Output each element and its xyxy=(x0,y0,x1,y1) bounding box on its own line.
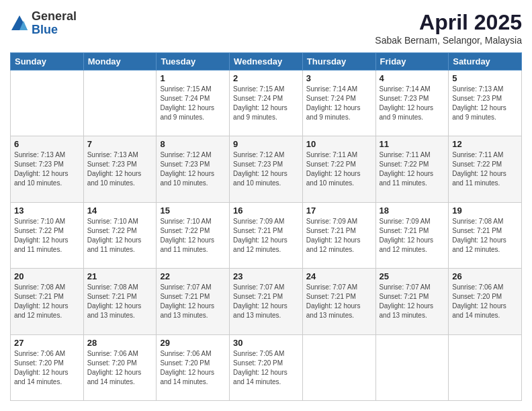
day-info: Sunrise: 7:10 AM Sunset: 7:22 PM Dayligh… xyxy=(14,217,80,255)
day-cell: 24Sunrise: 7:07 AM Sunset: 7:21 PM Dayli… xyxy=(302,269,375,334)
day-info: Sunrise: 7:08 AM Sunset: 7:21 PM Dayligh… xyxy=(452,217,518,255)
day-number: 4 xyxy=(380,73,445,83)
day-header-saturday: Saturday xyxy=(449,53,522,71)
day-info: Sunrise: 7:14 AM Sunset: 7:23 PM Dayligh… xyxy=(380,85,445,122)
header-row: SundayMondayTuesdayWednesdayThursdayFrid… xyxy=(11,53,522,71)
day-info: Sunrise: 7:10 AM Sunset: 7:22 PM Dayligh… xyxy=(160,217,226,255)
calendar-body: 1Sunrise: 7:15 AM Sunset: 7:24 PM Daylig… xyxy=(11,71,522,401)
day-number: 20 xyxy=(14,271,80,281)
day-info: Sunrise: 7:09 AM Sunset: 7:21 PM Dayligh… xyxy=(380,217,445,255)
day-header-sunday: Sunday xyxy=(11,53,84,71)
day-cell: 3Sunrise: 7:14 AM Sunset: 7:24 PM Daylig… xyxy=(302,71,375,136)
day-info: Sunrise: 7:10 AM Sunset: 7:22 PM Dayligh… xyxy=(87,217,153,255)
week-row-2: 13Sunrise: 7:10 AM Sunset: 7:22 PM Dayli… xyxy=(11,202,522,268)
day-number: 23 xyxy=(233,271,299,281)
day-cell: 30Sunrise: 7:05 AM Sunset: 7:20 PM Dayli… xyxy=(230,334,303,400)
day-cell: 11Sunrise: 7:11 AM Sunset: 7:22 PM Dayli… xyxy=(375,136,449,202)
day-header-thursday: Thursday xyxy=(302,53,375,71)
day-number: 30 xyxy=(233,338,299,348)
day-number: 19 xyxy=(452,205,518,216)
day-cell: 6Sunrise: 7:13 AM Sunset: 7:23 PM Daylig… xyxy=(11,136,84,202)
title-block: April 2025 Sabak Bernam, Selangor, Malay… xyxy=(375,10,522,46)
day-info: Sunrise: 7:15 AM Sunset: 7:24 PM Dayligh… xyxy=(233,85,299,122)
day-info: Sunrise: 7:06 AM Sunset: 7:20 PM Dayligh… xyxy=(452,283,518,320)
day-cell: 15Sunrise: 7:10 AM Sunset: 7:22 PM Dayli… xyxy=(157,202,230,268)
day-info: Sunrise: 7:11 AM Sunset: 7:22 PM Dayligh… xyxy=(380,150,445,188)
logo-blue: Blue xyxy=(32,24,77,37)
day-cell: 14Sunrise: 7:10 AM Sunset: 7:22 PM Dayli… xyxy=(83,202,157,268)
logo-general: General xyxy=(32,10,77,24)
day-number: 12 xyxy=(452,139,518,149)
day-number: 16 xyxy=(233,205,299,216)
day-info: Sunrise: 7:05 AM Sunset: 7:20 PM Dayligh… xyxy=(233,349,299,387)
day-info: Sunrise: 7:13 AM Sunset: 7:23 PM Dayligh… xyxy=(87,150,153,188)
day-cell: 27Sunrise: 7:06 AM Sunset: 7:20 PM Dayli… xyxy=(11,334,84,400)
day-cell: 29Sunrise: 7:06 AM Sunset: 7:20 PM Dayli… xyxy=(157,334,230,400)
day-cell: 18Sunrise: 7:09 AM Sunset: 7:21 PM Dayli… xyxy=(375,202,449,268)
day-cell: 2Sunrise: 7:15 AM Sunset: 7:24 PM Daylig… xyxy=(230,71,303,136)
day-cell: 7Sunrise: 7:13 AM Sunset: 7:23 PM Daylig… xyxy=(83,136,157,202)
day-number: 26 xyxy=(452,271,518,281)
day-number: 27 xyxy=(14,338,80,348)
day-info: Sunrise: 7:11 AM Sunset: 7:22 PM Dayligh… xyxy=(306,150,372,188)
week-row-3: 20Sunrise: 7:08 AM Sunset: 7:21 PM Dayli… xyxy=(11,269,522,334)
day-cell: 20Sunrise: 7:08 AM Sunset: 7:21 PM Dayli… xyxy=(11,269,84,334)
day-header-tuesday: Tuesday xyxy=(157,53,230,71)
day-number: 14 xyxy=(87,205,153,216)
day-cell: 23Sunrise: 7:07 AM Sunset: 7:21 PM Dayli… xyxy=(230,269,303,334)
day-number: 11 xyxy=(380,139,445,149)
day-info: Sunrise: 7:08 AM Sunset: 7:21 PM Dayligh… xyxy=(87,283,153,320)
day-number: 2 xyxy=(233,73,299,83)
day-info: Sunrise: 7:11 AM Sunset: 7:22 PM Dayligh… xyxy=(452,150,518,188)
day-cell xyxy=(302,334,375,400)
day-number: 8 xyxy=(160,139,226,149)
day-number: 1 xyxy=(160,73,226,83)
day-header-wednesday: Wednesday xyxy=(230,53,303,71)
day-cell xyxy=(375,334,449,400)
day-cell: 19Sunrise: 7:08 AM Sunset: 7:21 PM Dayli… xyxy=(449,202,522,268)
header: General Blue April 2025 Sabak Bernam, Se… xyxy=(10,10,522,46)
day-info: Sunrise: 7:07 AM Sunset: 7:21 PM Dayligh… xyxy=(306,283,372,320)
day-cell: 13Sunrise: 7:10 AM Sunset: 7:22 PM Dayli… xyxy=(11,202,84,268)
day-header-friday: Friday xyxy=(375,53,449,71)
day-cell: 9Sunrise: 7:12 AM Sunset: 7:23 PM Daylig… xyxy=(230,136,303,202)
day-info: Sunrise: 7:12 AM Sunset: 7:23 PM Dayligh… xyxy=(160,150,226,188)
day-info: Sunrise: 7:15 AM Sunset: 7:24 PM Dayligh… xyxy=(160,85,226,122)
subtitle: Sabak Bernam, Selangor, Malaysia xyxy=(375,35,522,46)
day-cell xyxy=(83,71,157,136)
day-info: Sunrise: 7:13 AM Sunset: 7:23 PM Dayligh… xyxy=(14,150,80,188)
day-number: 10 xyxy=(306,139,372,149)
week-row-4: 27Sunrise: 7:06 AM Sunset: 7:20 PM Dayli… xyxy=(11,334,522,400)
day-number: 3 xyxy=(306,73,372,83)
day-number: 17 xyxy=(306,205,372,216)
day-number: 6 xyxy=(14,139,80,149)
day-info: Sunrise: 7:07 AM Sunset: 7:21 PM Dayligh… xyxy=(380,283,445,320)
day-number: 13 xyxy=(14,205,80,216)
day-info: Sunrise: 7:13 AM Sunset: 7:23 PM Dayligh… xyxy=(452,85,518,122)
day-info: Sunrise: 7:08 AM Sunset: 7:21 PM Dayligh… xyxy=(14,283,80,320)
day-cell xyxy=(11,71,84,136)
main-title: April 2025 xyxy=(375,10,522,35)
logo-text: General Blue xyxy=(32,10,77,37)
day-cell: 12Sunrise: 7:11 AM Sunset: 7:22 PM Dayli… xyxy=(449,136,522,202)
day-info: Sunrise: 7:07 AM Sunset: 7:21 PM Dayligh… xyxy=(233,283,299,320)
day-cell: 4Sunrise: 7:14 AM Sunset: 7:23 PM Daylig… xyxy=(375,71,449,136)
day-cell: 8Sunrise: 7:12 AM Sunset: 7:23 PM Daylig… xyxy=(157,136,230,202)
logo-icon xyxy=(10,14,29,33)
day-info: Sunrise: 7:09 AM Sunset: 7:21 PM Dayligh… xyxy=(233,217,299,255)
day-number: 25 xyxy=(380,271,445,281)
day-number: 5 xyxy=(452,73,518,83)
day-info: Sunrise: 7:06 AM Sunset: 7:20 PM Dayligh… xyxy=(87,349,153,387)
day-cell: 22Sunrise: 7:07 AM Sunset: 7:21 PM Dayli… xyxy=(157,269,230,334)
week-row-0: 1Sunrise: 7:15 AM Sunset: 7:24 PM Daylig… xyxy=(11,71,522,136)
day-number: 22 xyxy=(160,271,226,281)
day-cell: 26Sunrise: 7:06 AM Sunset: 7:20 PM Dayli… xyxy=(449,269,522,334)
day-info: Sunrise: 7:12 AM Sunset: 7:23 PM Dayligh… xyxy=(233,150,299,188)
day-info: Sunrise: 7:09 AM Sunset: 7:21 PM Dayligh… xyxy=(306,217,372,255)
day-info: Sunrise: 7:06 AM Sunset: 7:20 PM Dayligh… xyxy=(160,349,226,387)
day-number: 29 xyxy=(160,338,226,348)
week-row-1: 6Sunrise: 7:13 AM Sunset: 7:23 PM Daylig… xyxy=(11,136,522,202)
day-header-monday: Monday xyxy=(83,53,157,71)
day-number: 18 xyxy=(380,205,445,216)
page: General Blue April 2025 Sabak Bernam, Se… xyxy=(0,0,532,411)
